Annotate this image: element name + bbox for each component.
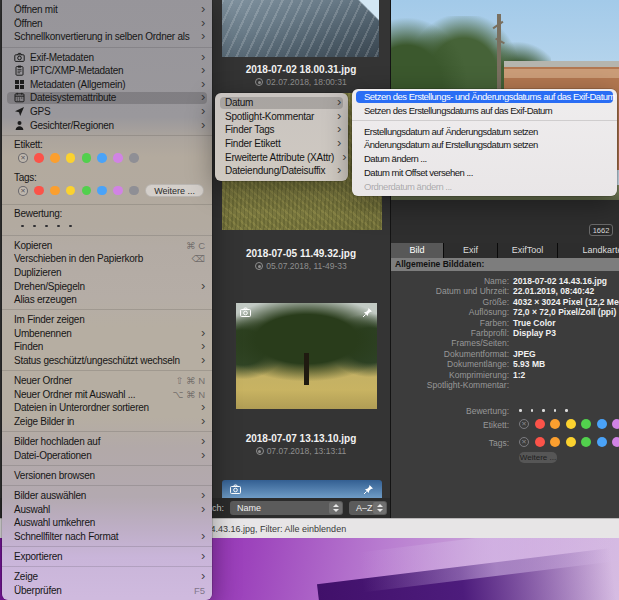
menu-item-im-finder-zeigen[interactable]: Im Finder zeigen — [2, 313, 212, 327]
thumbnail-date: 05.07.2018, 11-49-33 — [216, 261, 386, 271]
color-dot[interactable] — [597, 437, 607, 447]
color-dot[interactable] — [129, 186, 139, 196]
menu-item-auswahl-umkehren[interactable]: Auswahl umkehren — [2, 516, 212, 530]
menu-item-gps[interactable]: GPS› — [2, 105, 212, 119]
menu-item-bilder-hochladen-auf[interactable]: Bilder hochladen auf› — [2, 435, 212, 449]
menu-item-schnellkonvertierung-in-selben-ordner-als[interactable]: Schnellkonvertierung in selben Ordner al… — [2, 30, 212, 44]
weitere-button[interactable]: Weitere ... — [145, 184, 204, 197]
color-dot[interactable] — [66, 153, 76, 163]
color-dot[interactable] — [113, 186, 123, 196]
menu-separator — [352, 120, 617, 121]
menu-item-duplizieren[interactable]: Duplizieren — [2, 266, 212, 280]
menu-item-finden[interactable]: Finden› — [2, 340, 212, 354]
thumbnail-tree-photo[interactable] — [236, 303, 377, 409]
menu-item-dateiendung-dateisuffix[interactable]: Dateiendung/Dateisuffix› — [215, 164, 348, 178]
color-dot[interactable] — [566, 419, 576, 429]
weitere-button[interactable]: Weitere ... — [519, 452, 557, 463]
menu-item-schnellfilter-nach-format[interactable]: Schnellfilter nach Format› — [2, 530, 212, 544]
clear-color-icon[interactable]: ✕ — [18, 186, 28, 196]
menu-item-exportieren[interactable]: Exportieren› — [2, 550, 212, 564]
sort-order-dropdown[interactable]: A–Z — [349, 501, 387, 515]
menu-item-öffnen[interactable]: Öffnen› — [2, 17, 212, 31]
menu-item-auswahl[interactable]: Auswahl› — [2, 502, 212, 516]
menu-item-umbenennen[interactable]: Umbenennen› — [2, 327, 212, 341]
dropdown-arrows-icon — [373, 502, 386, 514]
menu-item-verschieben-in-den-papierkorb[interactable]: Verschieben in den Papierkorb⌫ — [2, 252, 212, 266]
menu-item-gesichter-regionen[interactable]: Gesichter/Regionen› — [2, 118, 212, 132]
menu-item-dateien-in-unterordner-sortieren[interactable]: Dateien in Unterordner sortieren› — [2, 401, 212, 415]
tab-exiftool[interactable]: ExifTool — [498, 243, 558, 258]
menu-item-setzen-des-erstellungsdatums-auf-das-exif-datum[interactable]: Setzen des Erstellungsdatums auf das Exi… — [352, 104, 617, 118]
thumbnail-selected-photo[interactable] — [222, 480, 382, 498]
menu-item-neuer-ordner[interactable]: Neuer Ordner⇧ ⌘ N — [2, 374, 212, 388]
submenu-arrow-icon: › — [201, 413, 205, 428]
color-dot[interactable] — [34, 153, 44, 163]
thumbnail-filename: 2018-07-07 13.13.10.jpg — [216, 433, 386, 444]
menu-separator — [2, 546, 212, 547]
color-dot[interactable] — [535, 437, 545, 447]
menu-separator — [2, 235, 212, 236]
menu-item-iptc-xmp-metadaten[interactable]: IPTC/XMP-Metadaten› — [2, 64, 212, 78]
menu-item-datum-mit-offset-versehen[interactable]: Datum mit Offset versehen ... — [352, 166, 617, 180]
menu-item-versionen-browsen[interactable]: Versionen browsen — [2, 469, 212, 483]
menu-item-finder-tags[interactable]: Finder Tags› — [215, 123, 348, 137]
menu-item-exif-metadaten[interactable]: Exif-Metadaten› — [2, 50, 212, 64]
submenu-arrow-icon: › — [337, 135, 341, 150]
color-dot[interactable] — [34, 186, 44, 196]
menu-item-dateisystemattribute[interactable]: Dateisystemattribute› — [2, 91, 212, 105]
info-fields: Name:2018-07-02 14.43.16.jpgDatum und Uh… — [391, 276, 619, 390]
tab-bild[interactable]: Bild — [391, 243, 444, 258]
menu-item-neuer-ordner-mit-auswahl[interactable]: Neuer Ordner mit Auswahl ...⌥ ⌘ N — [2, 388, 212, 402]
menu-item-metadaten-allgemein[interactable]: Metadaten (Allgemein)› — [2, 78, 212, 92]
color-dot[interactable] — [97, 186, 107, 196]
menu-item-drehen-spiegeln[interactable]: Drehen/Spiegeln› — [2, 279, 212, 293]
color-dot[interactable] — [581, 419, 591, 429]
color-dot[interactable] — [50, 186, 60, 196]
color-dot[interactable] — [550, 437, 560, 447]
section-header: Allgemeine Bilddaten: — [391, 258, 619, 271]
color-dot[interactable] — [612, 437, 619, 447]
menu-item-überprüfen[interactable]: ÜberprüfenF5 — [2, 584, 212, 598]
color-dot[interactable] — [82, 153, 92, 163]
rating-dots[interactable] — [2, 220, 212, 232]
info-field-row: Datum und Uhrzeit:22.01.2019, 08:40:42 — [391, 286, 619, 296]
color-dot[interactable] — [535, 419, 545, 429]
thumbnail-building-photo[interactable] — [222, 0, 379, 57]
clear-color-icon[interactable]: ✕ — [519, 419, 529, 429]
menu-item-bilder-auswählen[interactable]: Bilder auswählen› — [2, 489, 212, 503]
menu-item-erweiterte-attribute-xattr[interactable]: Erweiterte Attribute (XAttr)› — [215, 150, 348, 164]
menu-item-ordnerdatum-ändern: Ordnerdatum ändern ... — [352, 179, 617, 193]
rating-dots[interactable] — [519, 409, 577, 412]
menu-item-öffnen-mit[interactable]: Öffnen mit› — [2, 3, 212, 17]
color-dot[interactable] — [50, 153, 60, 163]
menu-item-finder-etikett[interactable]: Finder Etikett› — [215, 137, 348, 151]
clear-color-icon[interactable]: ✕ — [519, 437, 529, 447]
color-dot[interactable] — [66, 186, 76, 196]
color-dot[interactable] — [129, 153, 139, 163]
color-dot[interactable] — [82, 186, 92, 196]
menu-item-erstellungsdatum-auf-änderungsdatum-setzen[interactable]: Erstellungsdatum auf Änderungsdatum setz… — [352, 124, 617, 138]
color-dot[interactable] — [597, 419, 607, 429]
menu-item-datum[interactable]: Datum› — [215, 96, 348, 110]
menu-item-kopieren[interactable]: Kopieren⌘ C — [2, 238, 212, 252]
color-dot[interactable] — [581, 437, 591, 447]
color-dot[interactable] — [113, 153, 123, 163]
menu-item-zeige-bilder-in[interactable]: Zeige Bilder in› — [2, 415, 212, 429]
menu-item-datei-operationen[interactable]: Datei-Operationen› — [2, 449, 212, 463]
menu-item-spotlight-kommentar[interactable]: Spotlight-Kommentar› — [215, 110, 348, 124]
tab-exif[interactable]: Exif — [444, 243, 498, 258]
menu-item-setzen-des-erstellungs-und-änderungsdatums-auf-das-exif-datum[interactable]: Setzen des Erstellungs- und Änderungsdat… — [352, 90, 617, 104]
color-dot[interactable] — [97, 153, 107, 163]
menu-item-datum-ändern[interactable]: Datum ändern ... — [352, 152, 617, 166]
color-dot[interactable] — [550, 419, 560, 429]
menu-item-änderungsdatum-auf-erstellungsdatum-setzen[interactable]: Änderungsdatum auf Erstellungsdatum setz… — [352, 138, 617, 152]
menu-item-alias-erzeugen[interactable]: Alias erzeugen — [2, 293, 212, 307]
color-dot[interactable] — [566, 437, 576, 447]
sort-by-dropdown[interactable]: Name — [230, 501, 343, 515]
menu-item-zeige[interactable]: Zeige› — [2, 570, 212, 584]
color-dot[interactable] — [612, 419, 619, 429]
menu-item-status-geschützt-ungeschützt-wechseln[interactable]: Status geschützt/ungeschützt wechseln› — [2, 354, 212, 368]
info-field-row: Name:2018-07-02 14.43.16.jpg — [391, 276, 619, 286]
clear-color-icon[interactable]: ✕ — [18, 153, 28, 163]
tab-landkarte[interactable]: Landkarte — [558, 243, 619, 258]
